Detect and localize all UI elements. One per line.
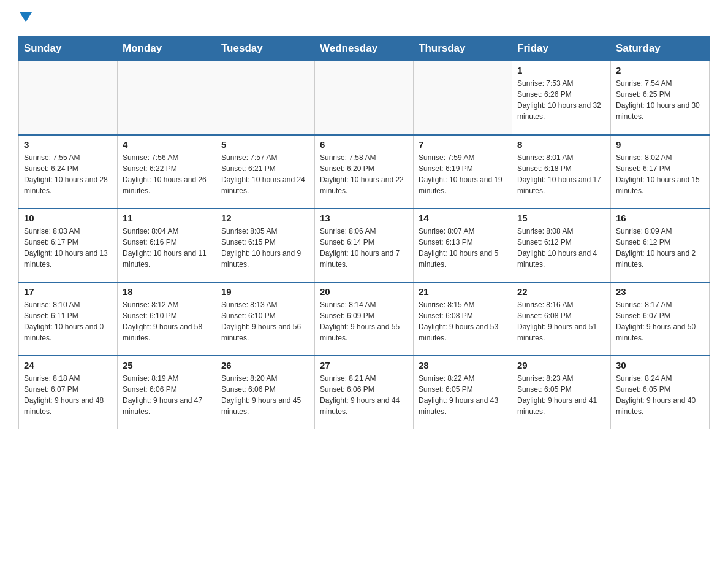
calendar-cell	[216, 61, 315, 135]
calendar-cell: 9Sunrise: 8:02 AMSunset: 6:17 PMDaylight…	[611, 135, 710, 209]
cell-day-number: 6	[320, 139, 408, 150]
calendar-week-row: 3Sunrise: 7:55 AMSunset: 6:24 PMDaylight…	[19, 135, 710, 209]
calendar-cell: 5Sunrise: 7:57 AMSunset: 6:21 PMDaylight…	[216, 135, 315, 209]
cell-day-number: 22	[517, 286, 605, 297]
cell-sun-info: Sunrise: 8:14 AMSunset: 6:09 PMDaylight:…	[320, 299, 408, 343]
calendar-cell: 22Sunrise: 8:16 AMSunset: 6:08 PMDayligh…	[512, 282, 611, 356]
calendar-cell	[315, 61, 414, 135]
cell-day-number: 12	[221, 213, 309, 223]
cell-sun-info: Sunrise: 8:13 AMSunset: 6:10 PMDaylight:…	[221, 299, 309, 343]
cell-day-number: 1	[517, 65, 605, 75]
cell-day-number: 9	[616, 139, 704, 150]
calendar-cell: 14Sunrise: 8:07 AMSunset: 6:13 PMDayligh…	[414, 209, 512, 282]
calendar-cell: 11Sunrise: 8:04 AMSunset: 6:16 PMDayligh…	[118, 209, 216, 282]
calendar-cell: 8Sunrise: 8:01 AMSunset: 6:18 PMDaylight…	[512, 135, 611, 209]
cell-day-number: 19	[221, 286, 309, 297]
cell-day-number: 8	[517, 139, 605, 150]
cell-sun-info: Sunrise: 8:24 AMSunset: 6:05 PMDaylight:…	[616, 373, 704, 417]
cell-day-number: 21	[419, 286, 507, 297]
cell-sun-info: Sunrise: 7:59 AMSunset: 6:19 PMDaylight:…	[419, 152, 507, 196]
cell-day-number: 18	[123, 286, 211, 297]
cell-day-number: 11	[123, 213, 211, 223]
cell-sun-info: Sunrise: 8:20 AMSunset: 6:06 PMDaylight:…	[221, 373, 309, 417]
cell-day-number: 7	[419, 139, 507, 150]
logo	[18, 12, 33, 25]
page-header	[18, 12, 710, 25]
cell-day-number: 13	[320, 213, 408, 223]
cell-day-number: 16	[616, 213, 704, 223]
cell-sun-info: Sunrise: 7:53 AMSunset: 6:26 PMDaylight:…	[517, 78, 605, 122]
cell-day-number: 24	[24, 360, 112, 370]
cell-sun-info: Sunrise: 7:58 AMSunset: 6:20 PMDaylight:…	[320, 152, 408, 196]
cell-sun-info: Sunrise: 8:06 AMSunset: 6:14 PMDaylight:…	[320, 226, 408, 270]
cell-sun-info: Sunrise: 8:18 AMSunset: 6:07 PMDaylight:…	[24, 373, 112, 417]
calendar-week-row: 24Sunrise: 8:18 AMSunset: 6:07 PMDayligh…	[19, 356, 710, 429]
day-header-sunday: Sunday	[19, 36, 118, 61]
calendar-cell: 15Sunrise: 8:08 AMSunset: 6:12 PMDayligh…	[512, 209, 611, 282]
calendar-cell: 12Sunrise: 8:05 AMSunset: 6:15 PMDayligh…	[216, 209, 315, 282]
cell-day-number: 27	[320, 360, 408, 370]
calendar-cell: 16Sunrise: 8:09 AMSunset: 6:12 PMDayligh…	[611, 209, 710, 282]
cell-sun-info: Sunrise: 8:03 AMSunset: 6:17 PMDaylight:…	[24, 226, 112, 270]
cell-day-number: 29	[517, 360, 605, 370]
cell-day-number: 15	[517, 213, 605, 223]
calendar-cell: 19Sunrise: 8:13 AMSunset: 6:10 PMDayligh…	[216, 282, 315, 356]
day-header-wednesday: Wednesday	[315, 36, 414, 61]
calendar-cell: 29Sunrise: 8:23 AMSunset: 6:05 PMDayligh…	[512, 356, 611, 429]
cell-sun-info: Sunrise: 8:16 AMSunset: 6:08 PMDaylight:…	[517, 299, 605, 343]
day-header-thursday: Thursday	[414, 36, 512, 61]
calendar-cell: 21Sunrise: 8:15 AMSunset: 6:08 PMDayligh…	[414, 282, 512, 356]
calendar-cell: 26Sunrise: 8:20 AMSunset: 6:06 PMDayligh…	[216, 356, 315, 429]
day-header-monday: Monday	[118, 36, 216, 61]
cell-sun-info: Sunrise: 7:54 AMSunset: 6:25 PMDaylight:…	[616, 78, 704, 122]
cell-sun-info: Sunrise: 8:21 AMSunset: 6:06 PMDaylight:…	[320, 373, 408, 417]
calendar-cell	[414, 61, 512, 135]
calendar-cell: 23Sunrise: 8:17 AMSunset: 6:07 PMDayligh…	[611, 282, 710, 356]
cell-sun-info: Sunrise: 7:57 AMSunset: 6:21 PMDaylight:…	[221, 152, 309, 196]
calendar-cell: 17Sunrise: 8:10 AMSunset: 6:11 PMDayligh…	[19, 282, 118, 356]
cell-sun-info: Sunrise: 8:05 AMSunset: 6:15 PMDaylight:…	[221, 226, 309, 270]
cell-day-number: 4	[123, 139, 211, 150]
cell-day-number: 20	[320, 286, 408, 297]
cell-sun-info: Sunrise: 8:02 AMSunset: 6:17 PMDaylight:…	[616, 152, 704, 196]
cell-sun-info: Sunrise: 8:19 AMSunset: 6:06 PMDaylight:…	[123, 373, 211, 417]
calendar-cell: 13Sunrise: 8:06 AMSunset: 6:14 PMDayligh…	[315, 209, 414, 282]
cell-sun-info: Sunrise: 8:08 AMSunset: 6:12 PMDaylight:…	[517, 226, 605, 270]
cell-sun-info: Sunrise: 7:55 AMSunset: 6:24 PMDaylight:…	[24, 152, 112, 196]
calendar-cell: 18Sunrise: 8:12 AMSunset: 6:10 PMDayligh…	[118, 282, 216, 356]
cell-sun-info: Sunrise: 8:07 AMSunset: 6:13 PMDaylight:…	[419, 226, 507, 270]
calendar-cell: 3Sunrise: 7:55 AMSunset: 6:24 PMDaylight…	[19, 135, 118, 209]
cell-day-number: 17	[24, 286, 112, 297]
calendar-cell: 25Sunrise: 8:19 AMSunset: 6:06 PMDayligh…	[118, 356, 216, 429]
calendar-cell: 2Sunrise: 7:54 AMSunset: 6:25 PMDaylight…	[611, 61, 710, 135]
cell-day-number: 28	[419, 360, 507, 370]
calendar-cell: 30Sunrise: 8:24 AMSunset: 6:05 PMDayligh…	[611, 356, 710, 429]
calendar-cell: 7Sunrise: 7:59 AMSunset: 6:19 PMDaylight…	[414, 135, 512, 209]
calendar-cell: 4Sunrise: 7:56 AMSunset: 6:22 PMDaylight…	[118, 135, 216, 209]
calendar-cell: 24Sunrise: 8:18 AMSunset: 6:07 PMDayligh…	[19, 356, 118, 429]
cell-sun-info: Sunrise: 8:12 AMSunset: 6:10 PMDaylight:…	[123, 299, 211, 343]
cell-day-number: 10	[24, 213, 112, 223]
day-header-friday: Friday	[512, 36, 611, 61]
calendar-cell: 6Sunrise: 7:58 AMSunset: 6:20 PMDaylight…	[315, 135, 414, 209]
cell-day-number: 23	[616, 286, 704, 297]
cell-day-number: 3	[24, 139, 112, 150]
cell-sun-info: Sunrise: 8:15 AMSunset: 6:08 PMDaylight:…	[419, 299, 507, 343]
calendar-cell: 28Sunrise: 8:22 AMSunset: 6:05 PMDayligh…	[414, 356, 512, 429]
cell-day-number: 14	[419, 213, 507, 223]
cell-sun-info: Sunrise: 8:01 AMSunset: 6:18 PMDaylight:…	[517, 152, 605, 196]
cell-sun-info: Sunrise: 8:17 AMSunset: 6:07 PMDaylight:…	[616, 299, 704, 343]
cell-sun-info: Sunrise: 8:23 AMSunset: 6:05 PMDaylight:…	[517, 373, 605, 417]
calendar-cell: 10Sunrise: 8:03 AMSunset: 6:17 PMDayligh…	[19, 209, 118, 282]
calendar-cell: 27Sunrise: 8:21 AMSunset: 6:06 PMDayligh…	[315, 356, 414, 429]
cell-day-number: 25	[123, 360, 211, 370]
cell-sun-info: Sunrise: 8:10 AMSunset: 6:11 PMDaylight:…	[24, 299, 112, 343]
cell-sun-info: Sunrise: 8:09 AMSunset: 6:12 PMDaylight:…	[616, 226, 704, 270]
cell-day-number: 26	[221, 360, 309, 370]
cell-sun-info: Sunrise: 8:22 AMSunset: 6:05 PMDaylight:…	[419, 373, 507, 417]
calendar-week-row: 10Sunrise: 8:03 AMSunset: 6:17 PMDayligh…	[19, 209, 710, 282]
calendar-cell: 20Sunrise: 8:14 AMSunset: 6:09 PMDayligh…	[315, 282, 414, 356]
logo-triangle-icon	[20, 12, 32, 22]
calendar-table: SundayMondayTuesdayWednesdayThursdayFrid…	[18, 36, 710, 429]
cell-day-number: 30	[616, 360, 704, 370]
